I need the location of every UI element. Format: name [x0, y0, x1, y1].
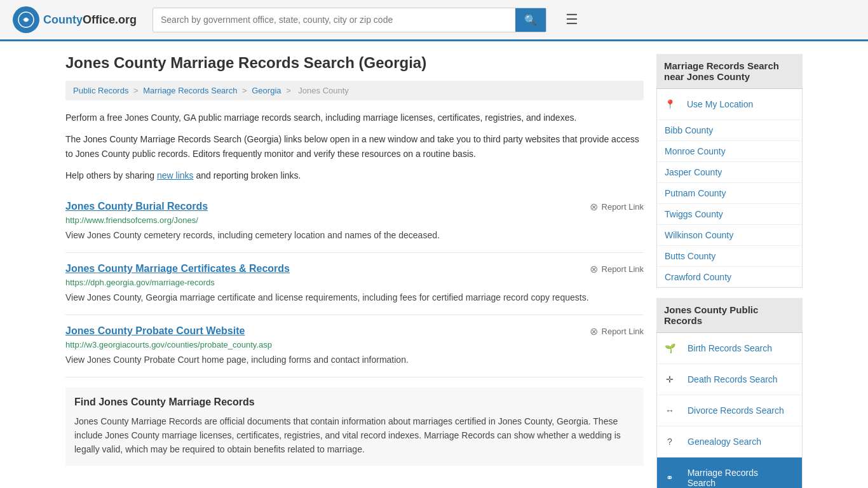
- hamburger-menu[interactable]: ☰: [566, 11, 578, 28]
- breadcrumb-georgia[interactable]: Georgia: [252, 86, 281, 95]
- record-desc-3: View Jones County Probate Court home pag…: [65, 353, 644, 367]
- sidebar-public-records-list: 🌱 Birth Records Search ✛ Death Records S…: [656, 333, 803, 488]
- new-links-link[interactable]: new links: [157, 170, 194, 180]
- breadcrumb-marriage-records[interactable]: Marriage Records Search: [143, 86, 237, 95]
- divorce-icon: ↔: [665, 405, 675, 416]
- birth-icon: 🌱: [665, 343, 675, 353]
- nearby-county-link-1[interactable]: Monroe County: [657, 141, 802, 161]
- report-link-2[interactable]: ⊗ Report Link: [590, 263, 644, 275]
- breadcrumb: Public Records > Marriage Records Search…: [65, 81, 644, 100]
- nearby-county-link-3[interactable]: Putnam County: [657, 183, 802, 203]
- nearby-county-link-0[interactable]: Bibb County: [657, 120, 802, 140]
- record-url-3[interactable]: http://w3.georgiacourts.gov/counties/pro…: [65, 340, 644, 349]
- find-section-title: Find Jones County Marriage Records: [74, 396, 635, 408]
- genealogy-icon: ?: [665, 437, 675, 447]
- nearby-county-4: Twiggs County: [657, 204, 802, 225]
- nearby-county-3: Putnam County: [657, 183, 802, 204]
- report-icon-1: ⊗: [590, 201, 598, 213]
- main-container: Jones County Marriage Records Search (Ge…: [53, 41, 815, 488]
- record-card-1: Jones County Burial Records ⊗ Report Lin…: [65, 191, 644, 253]
- use-my-location-link[interactable]: Use My Location: [679, 94, 761, 114]
- location-pin-icon: 📍: [665, 99, 675, 109]
- report-icon-3: ⊗: [590, 325, 598, 337]
- sidebar-public-records-header: Jones County Public Records: [656, 298, 803, 333]
- birth-records-link[interactable]: Birth Records Search: [680, 338, 780, 358]
- report-icon-2: ⊗: [590, 263, 598, 275]
- header: CountyOffice.org 🔍 ☰: [0, 0, 868, 41]
- sidebar-public-records: Jones County Public Records 🌱 Birth Reco…: [656, 298, 803, 488]
- page-title: Jones County Marriage Records Search (Ge…: [65, 54, 644, 72]
- pr-item-genealogy: ? Genealogy Search: [657, 426, 802, 458]
- find-section: Find Jones County Marriage Records Jones…: [65, 388, 644, 466]
- sidebar-nearby-list: 📍 Use My Location Bibb County Monroe Cou…: [656, 89, 803, 288]
- record-url-1[interactable]: http://www.friendsofcems.org/Jones/: [65, 215, 644, 225]
- report-link-3[interactable]: ⊗ Report Link: [590, 325, 644, 337]
- record-url-2[interactable]: https://dph.georgia.gov/marriage-records: [65, 278, 644, 287]
- svg-point-1: [24, 18, 28, 22]
- record-desc-1: View Jones County cemetery records, incl…: [65, 229, 644, 242]
- logo-icon: [13, 6, 39, 33]
- report-link-1[interactable]: ⊗ Report Link: [590, 201, 644, 213]
- use-my-location-item: 📍 Use My Location: [657, 89, 802, 120]
- record-title-3[interactable]: Jones County Probate Court Website: [65, 325, 245, 337]
- search-bar: 🔍: [153, 8, 546, 32]
- death-icon: ✛: [665, 374, 675, 384]
- description-para3: Help others by sharing new links and rep…: [65, 168, 644, 182]
- breadcrumb-public-records[interactable]: Public Records: [73, 86, 128, 95]
- record-desc-2: View Jones County, Georgia marriage cert…: [65, 291, 644, 304]
- nearby-county-link-5[interactable]: Wilkinson County: [657, 225, 802, 245]
- nearby-county-0: Bibb County: [657, 120, 802, 141]
- nearby-county-2: Jasper County: [657, 162, 802, 183]
- logo-area: CountyOffice.org: [13, 6, 140, 33]
- nearby-county-5: Wilkinson County: [657, 225, 802, 246]
- nearby-county-1: Monroe County: [657, 141, 802, 162]
- nearby-county-link-4[interactable]: Twiggs County: [657, 204, 802, 224]
- sidebar: Marriage Records Search near Jones Count…: [656, 54, 803, 488]
- logo-text: CountyOffice.org: [43, 13, 137, 27]
- find-section-desc: Jones County Marriage Records are offici…: [74, 414, 635, 457]
- marriage-icon: ⚭: [665, 473, 675, 483]
- breadcrumb-current: Jones County: [298, 86, 349, 95]
- search-button[interactable]: 🔍: [515, 8, 546, 32]
- nearby-county-link-2[interactable]: Jasper County: [657, 162, 802, 182]
- record-title-1[interactable]: Jones County Burial Records: [65, 201, 208, 212]
- content-area: Jones County Marriage Records Search (Ge…: [65, 54, 644, 488]
- divorce-records-link[interactable]: Divorce Records Search: [680, 400, 792, 421]
- nearby-county-7: Crawford County: [657, 267, 802, 287]
- sidebar-nearby: Marriage Records Search near Jones Count…: [656, 54, 803, 288]
- pr-item-birth: 🌱 Birth Records Search: [657, 333, 802, 364]
- nearby-county-link-7[interactable]: Crawford County: [657, 267, 802, 287]
- description-para2: The Jones County Marriage Records Search…: [65, 132, 644, 161]
- nearby-county-link-6[interactable]: Butts County: [657, 246, 802, 266]
- record-card-2: Jones County Marriage Certificates & Rec…: [65, 253, 644, 315]
- sidebar-nearby-header: Marriage Records Search near Jones Count…: [656, 54, 803, 89]
- genealogy-link[interactable]: Genealogy Search: [680, 431, 769, 452]
- record-card-3: Jones County Probate Court Website ⊗ Rep…: [65, 315, 644, 377]
- death-records-link[interactable]: Death Records Search: [680, 369, 785, 390]
- nearby-county-6: Butts County: [657, 246, 802, 267]
- description-para1: Perform a free Jones County, GA public m…: [65, 111, 644, 125]
- pr-item-marriage: ⚭ Marriage Records Search: [657, 458, 802, 488]
- pr-item-death: ✛ Death Records Search: [657, 364, 802, 395]
- marriage-records-link[interactable]: Marriage Records Search: [680, 463, 794, 488]
- record-title-2[interactable]: Jones County Marriage Certificates & Rec…: [65, 263, 290, 274]
- search-input[interactable]: [153, 10, 515, 30]
- pr-item-divorce: ↔ Divorce Records Search: [657, 395, 802, 426]
